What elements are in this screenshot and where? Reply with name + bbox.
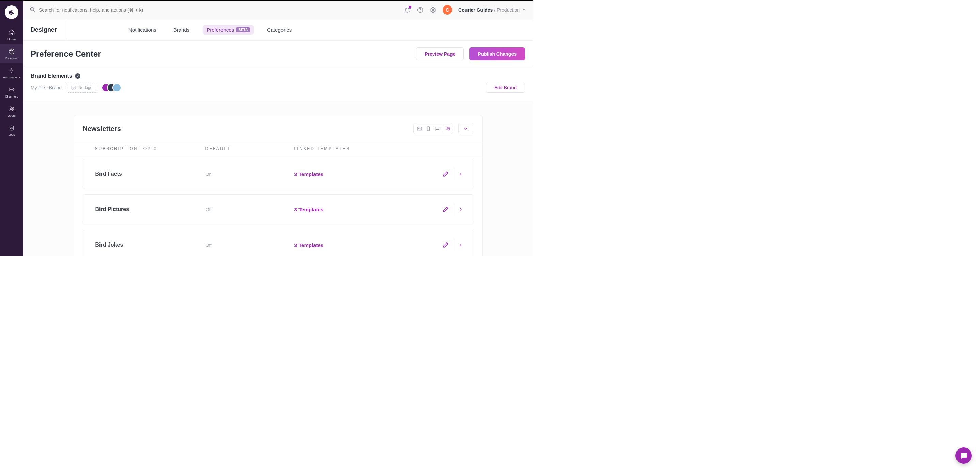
collapse-toggle[interactable] [458,123,473,134]
content: Newsletters SUBSCRIPTION TOPIC DEFAULT [23,101,533,257]
tab-brands[interactable]: Brands [170,25,193,35]
col-header-topic: SUBSCRIPTION TOPIC [83,146,205,151]
palette-icon [8,48,15,55]
preview-page-button[interactable]: Preview Page [416,48,464,61]
chevron-right-icon[interactable] [455,239,467,251]
svg-point-11 [433,9,434,11]
help-icon[interactable] [417,6,423,13]
email-icon[interactable] [416,125,423,132]
edit-icon[interactable] [439,168,452,180]
brand-elements-bar: Brand Elements ? My First Brand No logo … [23,67,533,101]
search-wrap [29,6,400,14]
sidebar-item-label: Home [8,38,16,41]
sidebar-item-channels[interactable]: Channels [0,83,23,102]
app-logo[interactable] [5,5,18,19]
org-sep: / [494,7,495,13]
home-icon [8,29,15,36]
no-logo-placeholder: No logo [67,83,96,93]
svg-point-1 [10,51,11,51]
topic-name: Bird Jokes [83,242,206,248]
topic-row: Bird JokesOff3 Templates [83,230,473,257]
channels-icon [8,86,15,93]
search-icon[interactable] [29,6,35,14]
brand-name: My First Brand [31,85,62,90]
org-name: Courier Guides [458,7,493,13]
mobile-icon[interactable] [425,125,432,132]
chat-icon[interactable] [433,125,441,132]
chevron-right-icon[interactable] [455,203,467,215]
workspace-switcher[interactable]: Courier Guides / Production [458,7,527,13]
sidebar: Home Designer Automations Channels Users… [0,1,23,257]
topbar-right: C Courier Guides / Production [404,5,527,15]
linked-templates-link[interactable]: 3 Templates [294,207,439,212]
svg-point-7 [12,107,13,108]
page-header: Preference Center Preview Page Publish C… [23,41,533,67]
beta-badge: BETA [236,27,250,32]
edit-brand-button[interactable]: Edit Brand [486,83,525,93]
sidebar-item-label: Logs [8,133,15,136]
sidebar-item-label: Automations [3,76,20,79]
channel-toggle-group [413,123,453,134]
notification-dot [409,6,411,8]
publish-changes-button[interactable]: Publish Changes [469,48,525,61]
sidebar-item-automations[interactable]: Automations [0,64,23,83]
list-header: SUBSCRIPTION TOPIC DEFAULT LINKED TEMPLA… [74,142,482,156]
sidebar-item-label: Channels [5,95,18,98]
topic-default: Off [206,242,294,247]
gear-icon[interactable] [443,125,450,132]
svg-point-8 [10,126,14,127]
sidebar-item-logs[interactable]: Logs [0,121,23,140]
chevron-down-icon [522,7,527,13]
section-title: Designer [31,26,57,33]
header-actions: Preview Page Publish Changes [416,48,525,61]
topic-row: Bird FactsOn3 Templates [83,159,473,189]
linked-templates-link[interactable]: 3 Templates [294,242,439,248]
edit-icon[interactable] [439,239,452,251]
avatar[interactable]: C [442,5,452,15]
settings-icon[interactable] [430,6,436,13]
svg-point-6 [10,107,11,108]
tab-preferences[interactable]: Preferences BETA [203,25,253,35]
topic-name: Bird Pictures [83,206,206,212]
svg-point-9 [30,7,34,11]
users-icon [8,105,15,113]
topic-rows: Bird FactsOn3 TemplatesBird PicturesOff3… [74,156,482,257]
sidebar-item-label: Designer [5,57,18,60]
col-header-default: DEFAULT [205,146,294,151]
svg-point-3 [12,51,13,51]
edit-icon[interactable] [439,203,452,215]
tab-notifications[interactable]: Notifications [125,25,160,35]
designer-tabs: Designer Notifications Brands Preference… [23,19,533,41]
help-tooltip-icon[interactable]: ? [75,73,80,79]
topbar: C Courier Guides / Production [23,1,533,19]
svg-point-5 [13,89,14,90]
color-swatch [113,83,121,92]
svg-point-2 [11,50,12,51]
sidebar-item-users[interactable]: Users [0,102,23,121]
section-name: Newsletters [83,125,121,133]
svg-point-13 [73,87,73,88]
linked-templates-link[interactable]: 3 Templates [294,171,439,177]
sidebar-item-label: Users [8,114,16,117]
database-icon [8,124,15,132]
env-name: Production [497,7,520,13]
svg-point-4 [9,89,10,90]
chevron-right-icon[interactable] [455,168,467,180]
col-header-linked: LINKED TEMPLATES [294,146,473,151]
page-title: Preference Center [31,49,101,59]
sidebar-item-designer[interactable]: Designer [0,44,23,64]
section-card-newsletters: Newsletters SUBSCRIPTION TOPIC DEFAULT [73,115,482,257]
bell-icon[interactable] [404,6,410,13]
topic-row: Bird PicturesOff3 Templates [83,195,473,225]
svg-point-16 [447,128,449,129]
topic-default: On [206,172,294,177]
topic-name: Bird Facts [83,171,206,177]
brand-color-swatches [102,83,121,92]
tab-categories[interactable]: Categories [264,25,296,35]
bolt-icon [8,67,15,74]
brand-elements-label: Brand Elements [31,73,72,79]
image-icon [71,85,76,90]
search-input[interactable] [39,7,175,13]
topic-default: Off [206,207,294,212]
sidebar-item-home[interactable]: Home [0,25,23,44]
